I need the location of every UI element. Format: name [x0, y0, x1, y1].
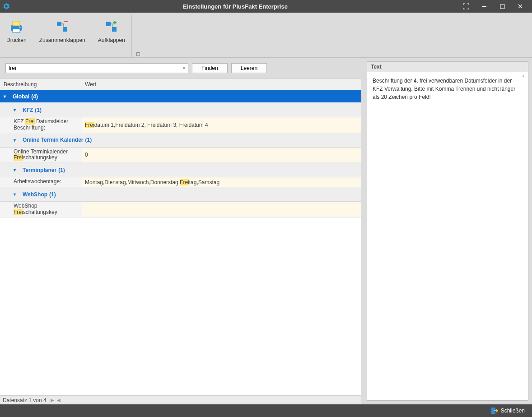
svg-rect-0 [482, 6, 486, 7]
row-otk-desc: Online Terminkalender Freischaltungskey: [0, 148, 82, 163]
exit-icon [491, 407, 498, 414]
gear-icon [3, 3, 10, 10]
column-header: Beschreibung Wert [0, 79, 361, 90]
svg-rect-3 [13, 21, 20, 26]
svg-rect-4 [13, 29, 20, 32]
row-tp-desc: Arbeitswochentage: [0, 177, 82, 187]
pager-last-icon[interactable]: ◀ [56, 398, 62, 403]
close-window-button[interactable] [511, 0, 529, 13]
expand-label: Aufklappen [98, 37, 125, 43]
help-text: Beschriftung der 4. frei verwendbaren Da… [373, 78, 515, 100]
chevron-down-icon: ▾ [14, 138, 20, 143]
group-global-count: (4) [31, 93, 38, 100]
chevron-down-icon: ▾ [14, 192, 20, 197]
subgroup-ws[interactable]: ▾ WebShop (1) [0, 187, 361, 202]
ribbon-expand-handle[interactable] [136, 52, 140, 56]
dropdown-icon[interactable]: ▼ [180, 64, 188, 73]
subgroup-tp[interactable]: ▾ Terminplaner (1) [0, 163, 361, 177]
collapse-button[interactable]: Zusammenklappen [33, 16, 92, 57]
empty-area [0, 218, 361, 395]
svg-rect-1 [500, 5, 504, 9]
col-description[interactable]: Beschreibung [0, 81, 82, 88]
pager: Datensatz 1 von 4 ▶ ◀ [0, 395, 361, 404]
row-tp[interactable]: Arbeitswochentage: Montag,Dienstag,Mittw… [0, 177, 361, 187]
chevron-down-icon: ▾ [14, 107, 20, 112]
svg-rect-9 [106, 22, 111, 26]
search-input[interactable] [6, 64, 180, 73]
expand-button[interactable]: Aufklappen [92, 16, 131, 57]
row-tp-val[interactable]: Montag,Dienstag,Mittwoch,Donnerstag,Frei… [82, 177, 361, 187]
search-combo[interactable]: ▼ [5, 63, 188, 73]
maximize-button[interactable] [493, 0, 511, 13]
col-value[interactable]: Wert [82, 81, 361, 88]
pager-text: Datensatz 1 von 4 [3, 397, 47, 403]
find-button[interactable]: Finden [192, 63, 228, 73]
search-row: ▼ Finden Leeren [0, 58, 361, 79]
subgroup-otk[interactable]: ▾ Online Termin Kalender (1) [0, 133, 361, 148]
row-ws-desc: WebShop Freischaltungskey: [0, 202, 82, 217]
expand-icon [105, 19, 118, 34]
left-panel: ▼ Finden Leeren Beschreibung Wert ▾ Glob… [0, 58, 363, 404]
window-title: Einstellungen für PlusFakt Enterprise [14, 3, 457, 10]
row-otk[interactable]: Online Terminkalender Freischaltungskey:… [0, 148, 361, 163]
pager-next-icon[interactable]: ▶ [49, 398, 56, 403]
svg-rect-6 [57, 22, 61, 26]
right-panel: Text Beschriftung der 4. frei verwendbar… [363, 58, 532, 404]
printer-icon [9, 19, 24, 34]
subgroup-kfz[interactable]: ▾ KFZ (1) [0, 103, 361, 117]
text-panel-header: Text [367, 61, 528, 72]
subgroup-ws-label: WebShop [23, 191, 47, 198]
collapse-icon [56, 19, 69, 34]
titlebar: Einstellungen für PlusFakt Enterprise [0, 0, 532, 13]
minimize-button[interactable] [475, 0, 493, 13]
svg-point-5 [19, 27, 21, 28]
ribbon: Drucken Zusammenklappen Aufklappen [0, 13, 532, 58]
group-global-label: Global [13, 93, 29, 100]
subgroup-kfz-count: (1) [35, 107, 42, 113]
footer: Schließen [0, 404, 532, 417]
clear-button[interactable]: Leeren [231, 63, 267, 73]
subgroup-otk-count: (1) [85, 137, 92, 143]
svg-rect-8 [64, 21, 68, 22]
row-ws[interactable]: WebShop Freischaltungskey: [0, 202, 361, 218]
row-kfz-desc: KFZ Frei Datumsfelder Beschriftung: [0, 117, 82, 133]
collapse-label: Zusammenklappen [39, 37, 85, 43]
close-button[interactable]: Schließen [488, 406, 527, 415]
text-panel-body: Beschriftung der 4. frei verwendbaren Da… [367, 72, 528, 401]
focus-mode-button[interactable] [457, 0, 475, 13]
subgroup-tp-label: Terminplaner [23, 167, 56, 173]
print-button[interactable]: Drucken [0, 16, 33, 57]
subgroup-otk-label: Online Termin Kalender [23, 137, 83, 143]
row-otk-val[interactable]: 0 [82, 148, 361, 163]
subgroup-ws-count: (1) [49, 191, 56, 198]
subgroup-tp-count: (1) [58, 167, 65, 173]
row-kfz-val[interactable]: Freidatum 1,Freidatum 2, Freidatum 3, Fr… [82, 117, 361, 133]
group-global[interactable]: ▾ Global (4) [0, 90, 361, 103]
row-ws-val[interactable] [82, 202, 361, 217]
scroll-up-icon[interactable]: ▲ [520, 73, 527, 80]
close-label: Schließen [501, 408, 525, 414]
chevron-down-icon: ▾ [4, 94, 10, 99]
chevron-down-icon: ▾ [14, 167, 20, 172]
row-kfz[interactable]: KFZ Frei Datumsfelder Beschriftung: Frei… [0, 117, 361, 133]
print-label: Drucken [6, 37, 27, 43]
ribbon-group: Drucken Zusammenklappen Aufklappen [0, 14, 132, 57]
subgroup-kfz-label: KFZ [23, 107, 33, 113]
